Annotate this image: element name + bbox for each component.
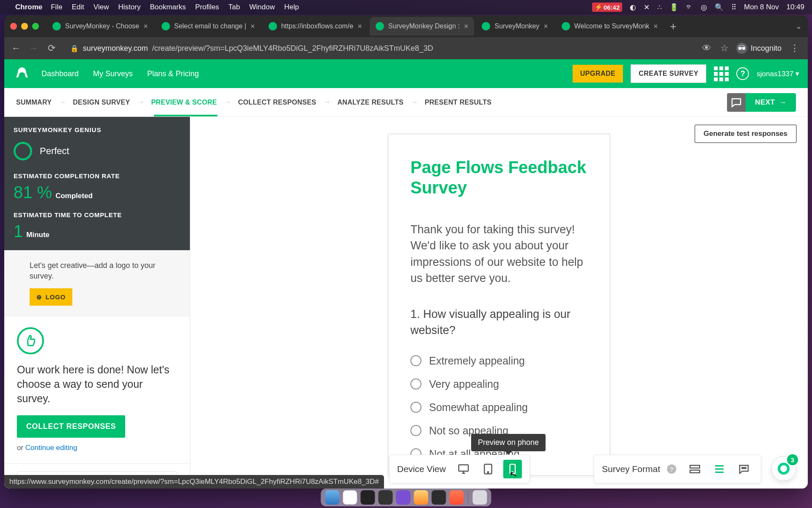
step-analyze[interactable]: ANALYZE RESULTS [337,99,404,106]
dock-trash-icon[interactable] [473,490,487,505]
nav-mysurveys[interactable]: My Surveys [93,69,133,78]
device-view-label: Device View [397,464,446,474]
control-center-icon[interactable]: ⠿ [731,3,736,12]
tab-1[interactable]: SurveyMonkey - Choose× [47,17,154,36]
close-tab-icon[interactable]: × [464,22,469,31]
minimize-window-button[interactable] [21,23,28,30]
search-icon[interactable]: 🔍 [715,3,724,12]
menu-bookmarks[interactable]: Bookmarks [150,3,186,11]
close-tab-icon[interactable]: × [543,22,548,31]
radio-icon [411,355,422,366]
status-icon-1[interactable]: ◐ [630,3,636,12]
menubar-time[interactable]: 10:49 [786,3,804,11]
menu-tab[interactable]: Tab [228,3,240,11]
dock-iterm-icon[interactable] [379,490,393,505]
dock-app-icon[interactable] [450,490,464,505]
tab-4-active[interactable]: SurveyMonkey Design :× [370,17,474,36]
eye-icon[interactable]: 👁 [701,43,713,54]
apps-grid-icon[interactable] [714,66,729,81]
user-menu[interactable]: sjonas1337 ▾ [757,69,799,78]
menubar-app[interactable]: Chrome [15,3,42,11]
menu-edit[interactable]: Edit [72,3,84,11]
traffic-lights [10,23,39,30]
create-survey-button[interactable]: CREATE SURVEY [631,64,706,83]
favicon-icon [376,22,384,30]
incognito-indicator[interactable]: 🕶 Incognito [736,43,782,54]
reload-button[interactable]: ⟳ [46,43,58,54]
chat-widget-button[interactable]: 3 [771,456,796,481]
new-tab-button[interactable]: + [666,19,681,34]
address-bar[interactable]: 🔒 surveymonkey.com/create/preview/?sm=Lp… [63,40,695,57]
add-logo-button[interactable]: ⊕LOGO [30,288,72,306]
tab-5[interactable]: SurveyMonkey× [476,17,554,36]
option-1[interactable]: Extremely appealing [411,355,588,367]
step-summary[interactable]: SUMMARY [16,99,52,106]
close-window-button[interactable] [10,23,17,30]
fullscreen-window-button[interactable] [32,23,39,30]
close-tab-icon[interactable]: × [143,22,148,31]
browser-menu-button[interactable]: ⋮ [787,43,802,54]
battery-status[interactable]: ⚡06:42 [592,3,622,12]
option-label: Somewhat appealing [429,401,528,414]
forward-button[interactable]: → [28,43,40,54]
chat-badge: 3 [787,454,798,465]
dock-chrome-icon[interactable] [343,490,357,505]
device-tablet-button[interactable] [479,460,497,478]
comments-button[interactable] [727,93,746,112]
menu-history[interactable]: History [118,3,140,11]
step-arrow-icon: → [410,98,418,107]
battery-icon[interactable]: 🔋 [669,3,678,12]
star-icon[interactable]: ☆ [719,43,730,54]
arrow-right-icon: → [779,98,787,107]
status-icon-3[interactable]: ∴ [657,3,662,12]
device-desktop-button[interactable] [454,460,473,478]
tab-6[interactable]: Welcome to SurveyMonk× [556,17,664,36]
close-tab-icon[interactable]: × [357,22,362,31]
format-classic-button[interactable] [710,460,729,478]
ecr-label: ESTIMATED COMPLETION RATE [14,172,181,179]
dock-finder-icon[interactable] [325,490,340,505]
tab-3[interactable]: https://inboxflows.com/e× [263,17,368,36]
collect-responses-button[interactable]: COLLECT RESPONSES [17,415,125,438]
close-tab-icon[interactable]: × [250,22,255,31]
next-button[interactable]: NEXT→ [746,93,796,112]
step-preview[interactable]: PREVIEW & SCORE [151,99,217,106]
dock-app-icon[interactable] [432,490,446,505]
help-icon[interactable]: ? [667,464,676,474]
continue-editing-link[interactable]: Continue editing [25,444,77,452]
menu-view[interactable]: View [93,3,109,11]
nav-dashboard[interactable]: Dashboard [41,69,79,78]
nav-plans[interactable]: Plans & Pricing [147,69,199,78]
format-conversation-button[interactable] [735,460,753,478]
wifi-icon[interactable]: ᯤ [686,3,693,11]
menu-file[interactable]: File [51,3,62,11]
generate-test-responses-button[interactable]: Generate test responses [694,124,797,143]
url-path: /create/preview/?sm=LpcQ3ieMLY4Rbo5DiGL_… [152,44,433,53]
option-3[interactable]: Somewhat appealing [411,401,588,414]
menu-help[interactable]: Help [284,3,299,11]
upgrade-button[interactable]: UPGRADE [573,65,623,83]
step-collect[interactable]: COLLECT RESPONSES [238,99,316,106]
back-button[interactable]: ← [10,43,22,54]
step-present[interactable]: PRESENT RESULTS [425,99,491,106]
dock-app-icon[interactable] [414,490,428,505]
surveymonkey-logo-icon[interactable] [13,64,31,83]
sync-icon[interactable]: ◎ [701,3,707,12]
help-icon[interactable]: ? [736,67,749,80]
dock-app-icon[interactable] [396,490,411,505]
dock-terminal-icon[interactable] [361,490,375,505]
format-one-question-button[interactable] [686,460,704,478]
page-content: Dashboard My Surveys Plans & Pricing UPG… [4,59,808,489]
tab-2[interactable]: Select email to change |× [156,17,261,36]
menu-profiles[interactable]: Profiles [195,3,219,11]
tab-title: Select email to change | [174,22,246,30]
close-tab-icon[interactable]: × [653,22,658,31]
status-icon-2[interactable]: ✕ [644,3,650,12]
tab-overflow-button[interactable]: ⌄ [796,22,802,31]
menubar-date[interactable]: Mon 8 Nov [744,3,779,11]
preview-pane: Generate test responses Page Flows Feedb… [190,117,808,489]
svg-point-2 [488,472,489,473]
option-2[interactable]: Very appealing [411,378,588,390]
step-design[interactable]: DESIGN SURVEY [73,99,130,106]
menu-window[interactable]: Window [250,3,275,11]
